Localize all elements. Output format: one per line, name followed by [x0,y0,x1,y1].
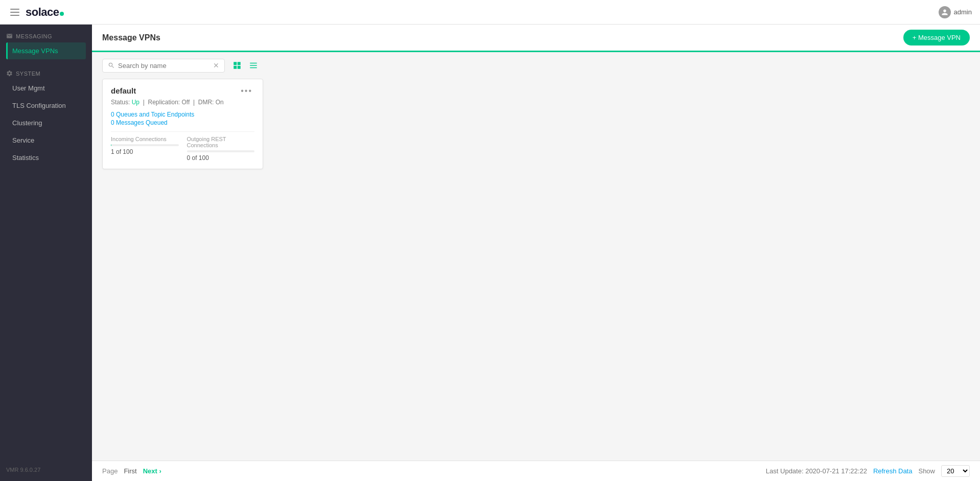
vpn-messages-queued-stat[interactable]: 0 Messages Queued [111,119,254,126]
list-icon [249,61,258,70]
list-view-button[interactable] [246,58,261,73]
vpn-card-menu-button[interactable]: ••• [239,86,254,96]
vpn-card-header: default ••• [111,86,254,96]
sidebar-item-clustering[interactable]: Clustering [6,114,86,131]
outgoing-rest-connections-group: Outgoing REST Connections 0 of 100 [187,136,255,162]
sidebar-messaging-section: Messaging Message VPNs [0,25,92,62]
logo-dot [60,12,64,16]
vpn-card-default[interactable]: default ••• Status: Up | Replication: Of… [102,79,263,169]
search-icon [108,62,115,69]
vpn-card-stats: 0 Queues and Topic Endpoints 0 Messages … [111,111,254,126]
hamburger-menu[interactable] [8,7,21,18]
first-page-button[interactable]: First [124,467,136,475]
vpn-cards-grid: default ••• Status: Up | Replication: Of… [92,79,980,461]
view-toggle [230,58,261,73]
app-header: solace admin [0,0,980,25]
outgoing-rest-connections-label: Outgoing REST Connections [187,136,255,148]
vpn-status-value: Up [132,99,139,106]
search-input[interactable] [118,62,210,70]
toolbar: ✕ [92,52,980,79]
vpn-dmr-value: On [216,99,224,106]
sidebar-item-service[interactable]: Service [6,132,86,149]
show-label: Show [918,467,935,475]
sidebar-item-tls-configuration-label: TLS Configuration [12,102,66,109]
sidebar-section-system-label: System [6,70,86,77]
vpn-replication-value: Off [182,99,190,106]
pagination: Page First Next › [102,467,161,475]
vpn-card-status: Status: Up | Replication: Off | DMR: On [111,99,254,106]
grid-icon [232,61,242,70]
sidebar-system-section: System User Mgmt TLS Configuration Clust… [0,62,92,169]
add-message-vpn-button[interactable]: + Message VPN [903,30,970,45]
vpn-connections: Incoming Connections 1 of 100 Outgoing R… [111,131,254,162]
user-menu[interactable]: admin [939,6,972,18]
page-title: Message VPNs [102,33,160,42]
incoming-connections-label: Incoming Connections [111,136,179,142]
incoming-connections-group: Incoming Connections 1 of 100 [111,136,179,162]
sidebar-item-message-vpns-label: Message VPNs [12,47,58,55]
sidebar-item-service-label: Service [12,136,34,144]
sidebar-item-statistics[interactable]: Statistics [6,149,86,166]
next-label: Next [143,467,157,475]
vpn-card-name: default [111,86,136,95]
footer: Page First Next › Last Update: 2020-07-2… [92,461,980,481]
page-label: Page [102,467,118,475]
vpn-queues-stat[interactable]: 0 Queues and Topic Endpoints [111,111,254,118]
logo: solace [8,6,64,19]
page-header: Message VPNs + Message VPN [92,25,980,52]
toolbar-left: ✕ [102,58,261,73]
next-chevron-icon: › [159,467,161,475]
refresh-data-button[interactable]: Refresh Data [873,467,913,475]
sidebar-item-tls-configuration[interactable]: TLS Configuration [6,97,86,114]
sidebar-item-user-mgmt-label: User Mgmt [12,84,45,92]
incoming-connections-bar-fill [111,144,111,146]
last-update-label: Last Update: 2020-07-21 17:22:22 [766,467,867,475]
search-box: ✕ [102,59,225,73]
logo-text: solace [26,6,64,19]
main-layout: Messaging Message VPNs System User Mgmt … [0,25,980,481]
sidebar-item-statistics-label: Statistics [12,154,39,162]
search-clear-button[interactable]: ✕ [213,62,219,69]
next-page-button[interactable]: Next › [143,467,161,475]
show-count-select[interactable]: 20 50 100 [941,465,970,477]
outgoing-rest-connections-bar [187,150,255,152]
sidebar-section-messaging-label: Messaging [6,33,86,39]
footer-right: Last Update: 2020-07-21 17:22:22 Refresh… [766,465,970,477]
incoming-connections-count: 1 of 100 [111,148,179,155]
content-area: Message VPNs + Message VPN ✕ [92,25,980,481]
sidebar-item-user-mgmt[interactable]: User Mgmt [6,80,86,97]
incoming-connections-bar [111,144,179,146]
outgoing-rest-connections-count: 0 of 100 [187,154,255,162]
user-name: admin [954,8,972,16]
sidebar: Messaging Message VPNs System User Mgmt … [0,25,92,481]
sidebar-item-message-vpns[interactable]: Message VPNs [6,42,86,59]
grid-view-button[interactable] [230,58,244,73]
user-avatar-icon [939,6,951,18]
sidebar-item-clustering-label: Clustering [12,119,42,127]
sidebar-version: VMR 9.6.0.27 [0,463,92,477]
